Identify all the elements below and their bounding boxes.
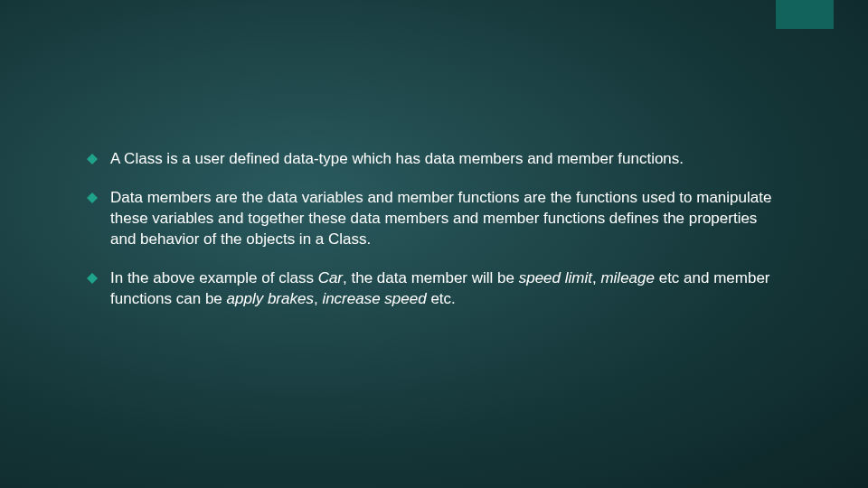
list-item-text: Data members are the data variables and … (110, 188, 774, 250)
svg-marker-0 (87, 154, 98, 164)
slide-content: A Class is a user defined data-type whic… (87, 149, 774, 328)
list-item: In the above example of class Car, the d… (87, 268, 774, 310)
svg-marker-2 (87, 273, 98, 284)
diamond-bullet-icon (87, 192, 98, 203)
diamond-bullet-icon (87, 154, 98, 164)
list-item-text: A Class is a user defined data-type whic… (110, 149, 774, 170)
list-item: A Class is a user defined data-type whic… (87, 149, 774, 170)
list-item: Data members are the data variables and … (87, 188, 774, 250)
accent-bar (776, 0, 834, 29)
svg-marker-1 (87, 192, 98, 203)
diamond-bullet-icon (87, 273, 98, 284)
list-item-text: In the above example of class Car, the d… (110, 268, 774, 310)
